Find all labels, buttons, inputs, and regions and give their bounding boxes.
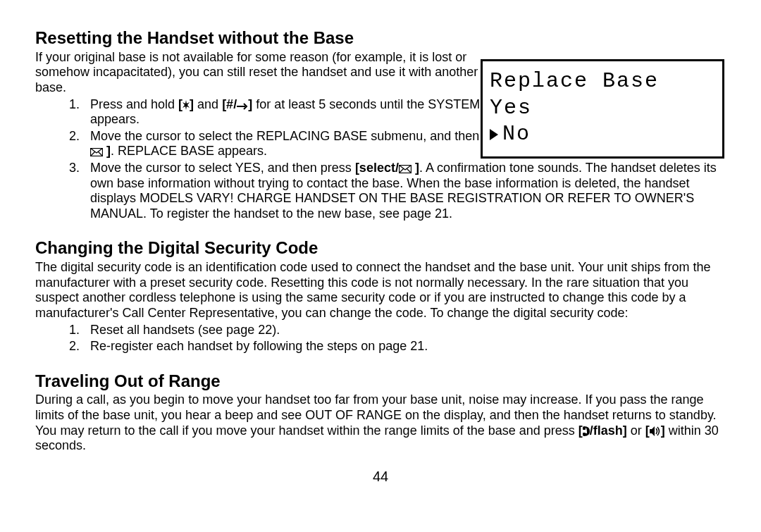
heading-resetting-handset: Resetting the Handset without the Base — [35, 28, 726, 49]
step-3-text-a: Move the cursor to select YES, and then … — [90, 161, 355, 175]
key-select-close-1: ] — [103, 144, 111, 158]
intro-text: If your original base is not available f… — [35, 50, 486, 96]
cursor-icon — [490, 129, 498, 140]
key-select-close-2: ] — [412, 161, 419, 175]
lcd-line-3: No — [490, 121, 717, 148]
step-3: Move the cursor to select YES, and then … — [83, 161, 726, 221]
star-key-icon — [182, 100, 190, 110]
step-2-text-c: . REPLACE BASE appears. — [111, 144, 267, 158]
key-talk-flash: /flash] — [590, 423, 627, 438]
sec-step-2: Re-register each handset by following th… — [83, 339, 726, 354]
right-arrow-icon — [237, 103, 248, 110]
envelope-icon — [399, 165, 412, 173]
out-of-range-para: During a call, as you begin to move your… — [35, 392, 726, 453]
step-2-text-a: Move the cursor to select the REPLACING … — [90, 129, 514, 143]
lcd-line-1: Replace Base — [490, 68, 717, 95]
steps-security-code: Reset all handsets (see page 22). Re-reg… — [35, 323, 726, 354]
oor-text-b: or — [627, 423, 645, 438]
lcd-line-3-text: No — [502, 122, 531, 146]
heading-security-code: Changing the Digital Security Code — [35, 238, 726, 259]
lcd-line-2: Yes — [490, 95, 717, 122]
key-hash-open: [#/ — [222, 97, 237, 111]
step-1-text-b: and — [194, 97, 222, 111]
speaker-icon — [650, 426, 661, 436]
step-1-text-a: Press and hold — [90, 97, 178, 111]
lcd-display: Replace Base Yes No — [481, 59, 724, 159]
key-select-open-2: [select/ — [355, 161, 399, 175]
sec-step-1: Reset all handsets (see page 22). — [83, 323, 726, 338]
security-code-para: The digital security code is an identifi… — [35, 260, 726, 321]
page-number: 44 — [35, 468, 726, 485]
heading-out-of-range: Traveling Out of Range — [35, 371, 726, 392]
envelope-icon — [90, 148, 103, 156]
phone-handset-icon — [583, 426, 590, 436]
